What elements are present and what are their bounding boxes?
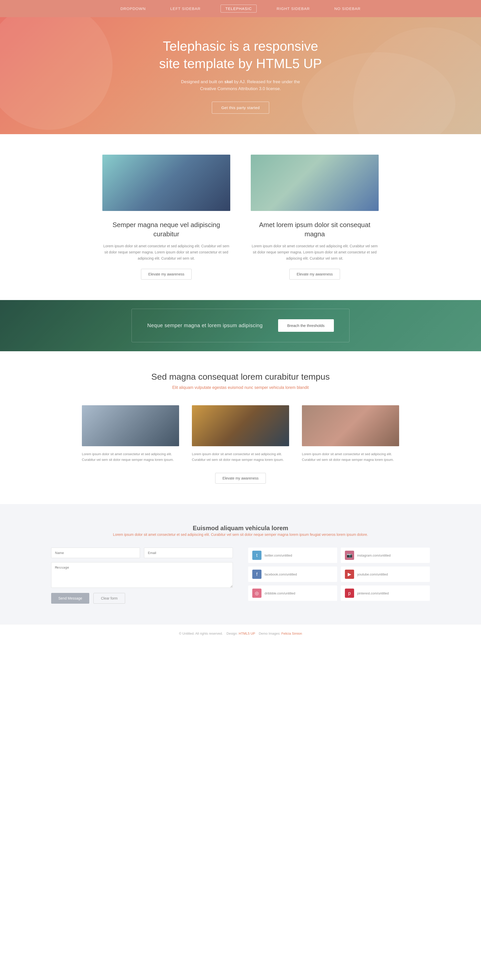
banner-cta-content: Neque semper magna et lorem ipsum adipis…: [132, 309, 349, 342]
contact-wrapper: Send Message Clear form t twitter.com/un…: [51, 547, 430, 604]
message-textarea[interactable]: [51, 562, 233, 588]
banner-cta-button[interactable]: Breach the thresholds: [278, 319, 334, 332]
col-item-2: Lorem ipsum dolor sit amet consectetur e…: [192, 405, 289, 463]
feature-title-2: Amet lorem ipsum dolor sit consequat mag…: [251, 220, 379, 239]
form-buttons: Send Message Clear form: [51, 593, 233, 604]
banner-cta-section: Neque semper magna et lorem ipsum adipis…: [0, 300, 481, 351]
feature-image-1: [102, 154, 230, 211]
features-two-section: Semper magna neque vel adipiscing curabi…: [0, 134, 481, 300]
col-image-1: [82, 405, 179, 446]
contact-header: Euismod aliquam vehicula lorem Lorem ips…: [51, 525, 430, 537]
hero-title: Telephasic is a responsive site template…: [151, 38, 330, 72]
feature-cta-2[interactable]: Elevate my awareness: [289, 269, 340, 280]
feature-title-1: Semper magna neque vel adipiscing curabi…: [102, 220, 230, 239]
feature-item-2: Amet lorem ipsum dolor sit consequat mag…: [251, 154, 379, 280]
contact-subtitle: Lorem ipsum dolor sit amet consectetur e…: [51, 532, 430, 537]
social-item-dribbble: ◎ dribbble.com/untitled: [248, 585, 337, 601]
youtube-icon: ▶: [345, 570, 354, 579]
feature-body-2: Lorem ipsum dolor sit amet consectetur e…: [251, 243, 379, 261]
dribbble-link[interactable]: dribbble.com/untitled: [265, 591, 295, 595]
pinterest-icon: p: [345, 589, 354, 598]
col-image-3: [302, 405, 399, 446]
footer-html5up-link[interactable]: HTML5 UP: [239, 632, 255, 635]
features-three-cta[interactable]: Elevate my awareness: [215, 473, 266, 484]
twitter-link[interactable]: twitter.com/untitled: [265, 554, 292, 557]
hero-cta-button[interactable]: Get this party started: [212, 102, 269, 114]
nav-item-no-sidebar[interactable]: No Sidebar: [330, 5, 365, 12]
social-item-instagram: 📷 instagram.com/untitled: [341, 547, 430, 563]
col-image-2: [192, 405, 289, 446]
site-footer: © Untitled. All rights reserved. Design:…: [0, 624, 481, 643]
col-body-3: Lorem ipsum dolor sit amet consectetur e…: [302, 451, 399, 463]
clear-form-button[interactable]: Clear form: [94, 593, 125, 604]
features-three-title: Sed magna consequat lorem curabitur temp…: [51, 372, 430, 382]
col-body-1: Lorem ipsum dolor sit amet consectetur e…: [82, 451, 179, 463]
banner-text: Neque semper magna et lorem ipsum adipis…: [147, 323, 262, 328]
features-three-section: Sed magna consequat lorem curabitur temp…: [0, 351, 481, 504]
features-three-subtitle: Elit aliquam vulputate egestas euismod n…: [51, 385, 430, 390]
feature-cta-1[interactable]: Elevate my awareness: [141, 269, 192, 280]
footer-demo-prefix: Demo Images:: [259, 632, 281, 635]
contact-form: Send Message Clear form: [51, 547, 233, 604]
twitter-icon: t: [252, 550, 262, 560]
col-item-1: Lorem ipsum dolor sit amet consectetur e…: [82, 405, 179, 463]
col-item-3: Lorem ipsum dolor sit amet consectetur e…: [302, 405, 399, 463]
instagram-link[interactable]: instagram.com/untitled: [357, 554, 391, 557]
nav-item-dropdown[interactable]: Dropdown: [116, 5, 151, 12]
name-input[interactable]: [51, 547, 140, 558]
form-row-name-email: [51, 547, 233, 558]
youtube-link[interactable]: youtube.com/untitled: [357, 573, 388, 576]
feature-image-2: [251, 154, 379, 211]
nav-item-right-sidebar[interactable]: Right Sidebar: [272, 5, 314, 12]
social-item-twitter: t twitter.com/untitled: [248, 547, 337, 563]
nav-item-telephasic[interactable]: TELEPHASIC: [221, 5, 257, 13]
send-message-button[interactable]: Send Message: [51, 593, 89, 604]
nav-item-left-sidebar[interactable]: Left Sidebar: [166, 5, 205, 12]
footer-design-prefix: Design:: [226, 632, 239, 635]
feature-item-1: Semper magna neque vel adipiscing curabi…: [102, 154, 230, 280]
main-nav: Dropdown Left Sidebar TELEPHASIC Right S…: [0, 0, 481, 17]
footer-copy: © Untitled. All rights reserved.: [179, 632, 222, 635]
social-item-pinterest: p pinterest.com/untitled: [341, 585, 430, 601]
three-col-grid: Lorem ipsum dolor sit amet consectetur e…: [51, 405, 430, 463]
footer-felicia-link[interactable]: Felicia Simion: [281, 632, 302, 635]
email-input[interactable]: [144, 547, 233, 558]
contact-title: Euismod aliquam vehicula lorem: [51, 525, 430, 532]
social-item-facebook: f facebook.com/untitled: [248, 566, 337, 582]
dribbble-icon: ◎: [252, 589, 262, 598]
hero-section: Telephasic is a responsive site template…: [0, 17, 481, 134]
pinterest-link[interactable]: pinterest.com/untitled: [357, 591, 389, 595]
feature-body-1: Lorem ipsum dolor sit amet consectetur e…: [102, 243, 230, 261]
col-body-2: Lorem ipsum dolor sit amet consectetur e…: [192, 451, 289, 463]
instagram-icon: 📷: [345, 550, 354, 560]
social-item-youtube: ▶ youtube.com/untitled: [341, 566, 430, 582]
facebook-link[interactable]: facebook.com/untitled: [265, 573, 297, 576]
hero-description: Designed and built on skel by AJ. Releas…: [176, 78, 305, 92]
social-links-area: t twitter.com/untitled 📷 instagram.com/u…: [248, 547, 430, 604]
contact-section: Euismod aliquam vehicula lorem Lorem ips…: [0, 504, 481, 624]
facebook-icon: f: [252, 570, 262, 579]
